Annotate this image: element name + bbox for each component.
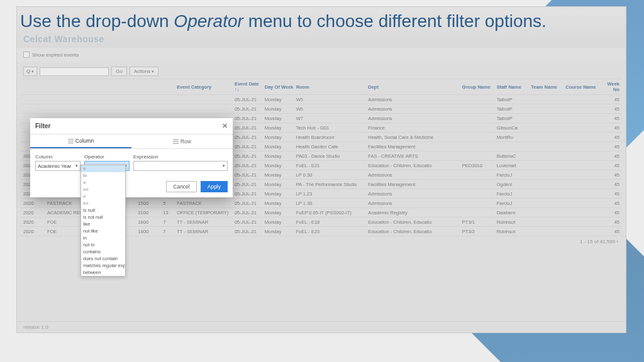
operator-option[interactable]: like (81, 221, 125, 228)
col-event-date[interactable]: Event Date ↑↓ (235, 81, 265, 92)
caption: Use the drop-down Operator menu to choos… (20, 11, 624, 31)
col-week-no[interactable]: Week No (600, 81, 622, 92)
show-expired-checkbox[interactable] (23, 52, 30, 58)
footer-release: release 1.0 (17, 321, 626, 332)
operator-option[interactable]: contains (81, 248, 125, 255)
cancel-button[interactable]: Cancel (166, 181, 196, 192)
label-expression: Expression (133, 154, 228, 160)
operator-option[interactable]: does not contain (81, 255, 125, 262)
operator-option[interactable]: < (81, 193, 125, 200)
table-row[interactable]: 05-JUL-21MondayW5AdmissionsTalbotP45 (21, 94, 622, 104)
operator-option[interactable]: is not null (81, 214, 125, 221)
filter-dialog: Filter ✕ Column Row Column Operator Expr… (30, 118, 233, 197)
operator-option[interactable]: not in (81, 241, 125, 248)
operator-option[interactable]: != (81, 172, 125, 179)
label-operator: Operator (84, 154, 130, 160)
col-event-category[interactable]: Event Category (177, 84, 235, 90)
operator-option[interactable]: between (81, 269, 125, 276)
apply-button[interactable]: Apply (201, 181, 228, 192)
expression-select[interactable]: ▾ (133, 161, 228, 171)
col-team-name[interactable]: Team Name (531, 84, 565, 90)
actions-button[interactable]: Actions ▾ (130, 67, 158, 76)
operator-option[interactable]: matches regular expression (81, 262, 125, 269)
operator-option[interactable]: = (81, 165, 125, 172)
column-select[interactable]: Academic Year▾ (35, 161, 80, 171)
chevron-down-icon: ▾ (75, 163, 78, 168)
tab-row[interactable]: Row (131, 134, 233, 148)
table-row[interactable]: 05-JUL-21MondayW6AdmissionsTalbotP45 (21, 104, 622, 113)
rows-icon (173, 140, 179, 144)
go-button[interactable]: Go (111, 67, 127, 76)
show-expired-label: Show expired events (32, 52, 79, 58)
operator-option[interactable]: in (81, 234, 125, 241)
col-day-of-week[interactable]: Day Of Week (265, 84, 296, 90)
operator-option[interactable]: <= (81, 200, 125, 207)
search-input[interactable] (40, 67, 109, 76)
operator-option[interactable]: >= (81, 186, 125, 193)
search-scope-button[interactable]: Q▾ (23, 67, 37, 76)
col-course-name[interactable]: Course Name (565, 84, 600, 90)
tab-column[interactable]: Column (30, 134, 131, 148)
chevron-down-icon: ▾ (223, 163, 225, 168)
col-staff-name[interactable]: Staff Name (497, 84, 531, 90)
col-group-name[interactable]: Group Name (462, 84, 497, 90)
close-icon[interactable]: ✕ (222, 122, 228, 130)
operator-option[interactable]: > (81, 179, 125, 186)
filter-title: Filter (35, 123, 50, 129)
col-room[interactable]: Room (296, 84, 369, 90)
operator-dropdown[interactable]: =!=>>=<<=is nullis not nulllikenot likei… (80, 165, 126, 277)
col-dept[interactable]: Dept (368, 84, 462, 90)
table-header-row: Event Category Event Date ↑↓ Day Of Week… (21, 79, 622, 94)
operator-option[interactable]: is null (81, 207, 125, 214)
label-column: Column (35, 154, 80, 160)
grid-icon (68, 139, 74, 143)
operator-option[interactable]: not like (81, 228, 125, 234)
